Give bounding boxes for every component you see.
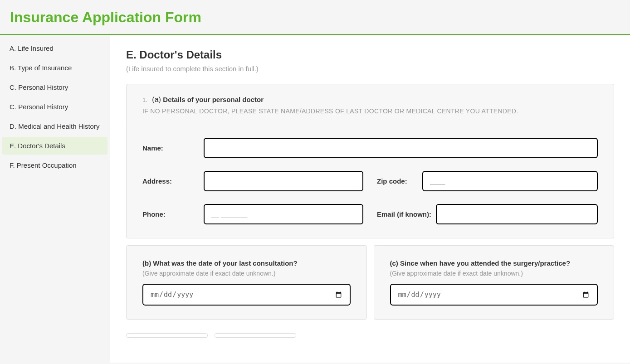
question-number: 1.: [142, 97, 147, 103]
layout: A. Life Insured B. Type of Insurance C. …: [0, 35, 630, 363]
section-subtitle: (Life insured to complete this section i…: [126, 65, 614, 73]
question-heading: 1. (a) Details of your personal doctor: [142, 96, 598, 104]
main-content: E. Doctor's Details (Life insured to com…: [110, 35, 630, 363]
card-last-consultation: (b) What was the date of your last consu…: [126, 245, 367, 320]
name-label: Name:: [142, 144, 204, 152]
form-row-address: Address: Zip code:: [142, 171, 598, 191]
qb-subtext: (Give approximate date if exact date unk…: [142, 270, 351, 277]
section-title: E. Doctor's Details: [126, 49, 614, 61]
attended-since-date-input[interactable]: [390, 284, 598, 306]
sidebar-item-type-insurance[interactable]: B. Type of Insurance: [2, 59, 107, 77]
qb-title: (b) What was the date of your last consu…: [142, 259, 351, 267]
last-consultation-date-input[interactable]: [142, 284, 351, 306]
address-label: Address:: [142, 177, 204, 185]
sidebar-item-life-insured[interactable]: A. Life Insured: [2, 39, 107, 57]
card-doctor-details: 1. (a) Details of your personal doctor I…: [126, 84, 614, 238]
page-title: Insurance Application Form: [10, 9, 620, 26]
two-column-row: (b) What was the date of your last consu…: [126, 245, 614, 326]
question-subtext: IF NO PERSONAL DOCTOR, PLEASE STATE NAME…: [142, 107, 598, 115]
card-header: 1. (a) Details of your personal doctor I…: [127, 84, 614, 124]
sidebar-nav: A. Life Insured B. Type of Insurance C. …: [0, 35, 110, 363]
form-group-zip: Zip code:: [377, 171, 598, 191]
form-row-contact: Phone: Email (if known):: [142, 204, 598, 224]
form-group-name: Name:: [142, 138, 598, 158]
form-row-name: Name:: [142, 138, 598, 158]
page-header: Insurance Application Form: [0, 0, 630, 35]
qc-title: (c) Since when have you attended the sur…: [390, 259, 598, 267]
button-row: [126, 333, 614, 338]
card-attended-since: (c) Since when have you attended the sur…: [374, 245, 615, 320]
email-label: Email (if known):: [377, 210, 436, 218]
button-placeholder-2[interactable]: [215, 333, 296, 338]
zip-input[interactable]: [422, 171, 598, 191]
question-prefix: (a): [152, 96, 163, 103]
form-group-address: Address:: [142, 171, 363, 191]
sidebar-item-personal-history-2[interactable]: C. Personal History: [2, 98, 107, 116]
button-placeholder-1[interactable]: [126, 333, 208, 338]
question-title: Details of your personal doctor: [163, 96, 264, 103]
card-body: Name: Address: Zip code:: [127, 124, 614, 238]
email-input[interactable]: [436, 204, 598, 224]
sidebar-item-present-occupation[interactable]: F. Present Occupation: [2, 156, 107, 174]
sidebar-item-doctors-details[interactable]: E. Doctor's Details: [2, 137, 107, 155]
name-input[interactable]: [204, 138, 598, 158]
phone-label: Phone:: [142, 210, 204, 218]
form-group-email: Email (if known):: [377, 204, 598, 224]
qc-subtext: (Give approximate date if exact date unk…: [390, 270, 598, 277]
address-input[interactable]: [204, 171, 363, 191]
phone-input[interactable]: [204, 204, 363, 224]
sidebar-item-medical-history[interactable]: D. Medical and Health History: [2, 117, 107, 135]
zip-label: Zip code:: [377, 177, 422, 185]
sidebar-item-personal-history[interactable]: C. Personal History: [2, 78, 107, 96]
form-group-phone: Phone:: [142, 204, 363, 224]
